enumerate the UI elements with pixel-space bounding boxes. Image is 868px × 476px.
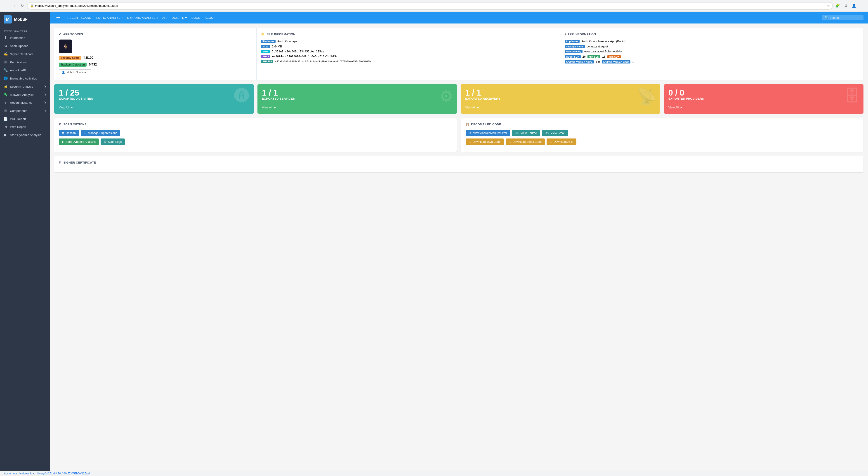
- sidebar-item-start-dynamic[interactable]: ▶ Start Dynamic Analysis: [0, 131, 50, 139]
- android-version-label: Android Version Name: [565, 60, 594, 63]
- view-smali-button[interactable]: </> View Smali: [542, 130, 568, 136]
- play-icon: ▶: [4, 133, 8, 137]
- view-all-providers-btn[interactable]: View All ►: [669, 106, 859, 109]
- scan-options-title: ⚙ SCAN OPTIONS: [59, 123, 452, 126]
- target-sdk-value: 26: [583, 55, 586, 58]
- forward-button[interactable]: →: [11, 3, 17, 9]
- scorecard-button[interactable]: 👤 MobSF Scorecard: [59, 69, 91, 75]
- download-smali-button[interactable]: ⬇ Download Smali Code: [506, 138, 545, 145]
- trackers-value: 0/432: [89, 63, 97, 66]
- sidebar-item-information[interactable]: ℹ Information: [0, 34, 50, 42]
- file-name-label: File Name: [261, 40, 276, 43]
- sidebar-item-reconnaissance[interactable]: + Reconnaissance ❯: [0, 99, 50, 107]
- nav-about[interactable]: ABOUT: [205, 15, 215, 20]
- export-providers-bg-icon: 🗄: [844, 87, 860, 105]
- sidebar-item-signer-certificate[interactable]: ✍ Signer Certificate: [0, 50, 50, 58]
- sidebar-item-label: Permissions: [10, 61, 27, 64]
- download-apk-button[interactable]: ⬇ Download APK: [547, 138, 577, 145]
- view-all-activities-btn[interactable]: View All ►: [59, 106, 249, 109]
- sidebar-item-print-report[interactable]: 🖨 Print Report: [0, 123, 50, 131]
- trackers-badge: Trackers Detection: [59, 63, 87, 67]
- svg-text:🐐: 🐐: [63, 44, 68, 49]
- info-icon: ℹ: [4, 36, 8, 40]
- security-score-row: Security Score 43/100: [59, 56, 252, 60]
- play-icon: ▶: [62, 140, 64, 144]
- sidebar-item-android-api[interactable]: 🔧 Android API: [0, 66, 50, 74]
- profile-button[interactable]: 👤: [851, 3, 857, 9]
- exported-providers-card: 🗄 0 / 0 EXPORTED PROVIDERS View All ►: [664, 84, 864, 114]
- nav-api[interactable]: API: [162, 15, 167, 20]
- exported-services-number: 1 / 1: [262, 89, 453, 97]
- view-manifest-button[interactable]: 👁 View AndroidManifest.xml: [466, 130, 510, 136]
- rescan-button[interactable]: ↺ Rescan: [59, 130, 79, 136]
- logo-icon: M: [4, 15, 12, 24]
- file-size-row: Size 2.64MB: [261, 45, 555, 48]
- decompiled-download-btn-row: ⬇ Download Java Code ⬇ Download Smali Co…: [466, 138, 859, 145]
- decompiled-icon: 📋: [466, 123, 469, 126]
- view-icon: 👁: [469, 131, 472, 135]
- download-button[interactable]: ⬇: [843, 3, 849, 9]
- browser-chrome: ← → ↻ 🔒 ☆ 🧩 ⬇ 👤 ⋮: [0, 0, 868, 12]
- min-sdk-label: Min SDK: [587, 55, 600, 58]
- manage-suppressions-button[interactable]: ☰ Manage Suppressions: [81, 130, 120, 136]
- sidebar-item-malware-analysis[interactable]: 🦠 Malware Analysis ❯: [0, 91, 50, 99]
- view-all-services-btn[interactable]: View All ►: [262, 106, 453, 109]
- view-all-receivers-btn[interactable]: View All ►: [465, 106, 656, 109]
- main-content: ✔ APP SCORES 🐐 Security Score: [50, 24, 868, 476]
- sidebar-item-permissions[interactable]: ⊞ Permissions: [0, 58, 50, 66]
- exported-receivers-card: 📡 1 / 1 EXPORTED RECEIVERS View All ►: [461, 84, 660, 114]
- sidebar-item-pdf-report[interactable]: 📄 PDF Report: [0, 115, 50, 123]
- nav-donate[interactable]: DONATE ♥: [172, 15, 187, 20]
- arrow-right-icon: ►: [70, 106, 73, 109]
- search-icon: 🔍: [825, 16, 828, 20]
- nav-static-analyzer[interactable]: STATIC ANALYZER: [96, 15, 123, 20]
- sidebar-item-label: Signer Certificate: [10, 53, 33, 56]
- nav-docs[interactable]: DOCS: [191, 15, 200, 20]
- view-source-button[interactable]: </> View Source: [512, 130, 540, 136]
- file-info-title: 📁 FILE INFORMATION: [261, 33, 555, 36]
- app-scores-title: ✔ APP SCORES: [59, 33, 252, 36]
- sidebar-item-scan-options[interactable]: ⚙ Scan Options: [0, 42, 50, 50]
- nav-recent-scans[interactable]: RECENT SCANS: [67, 15, 91, 20]
- decompiled-view-btn-row: 👁 View AndroidManifest.xml </> View Sour…: [466, 130, 859, 136]
- status-bar: https://mobsf.live/download_binary/3d351…: [0, 471, 868, 476]
- sidebar-item-components[interactable]: ⊞ Components ❯: [0, 107, 50, 115]
- source-icon: </>: [515, 131, 519, 135]
- menu-button[interactable]: ⋮: [859, 3, 865, 9]
- status-url: https://mobsf.live/download_binary/3d351…: [3, 472, 90, 475]
- search-input[interactable]: [830, 16, 861, 20]
- file-size-value: 2.64MB: [272, 45, 282, 48]
- exported-activities-card: 🅐 1 / 25 EXPORTED ACTIVITIES View All ►: [54, 84, 254, 114]
- sidebar-item-browsable-activities[interactable]: 🌐 Browsable Activities: [0, 74, 50, 83]
- file-sha1-value: ea96f4adc27083696a449b1c6e5cd612a2cf0f5c: [272, 55, 338, 58]
- signer-cert-title: ⚙ SIGNER CERTIFICATE: [59, 161, 859, 164]
- browser-actions: 🧩 ⬇ 👤 ⋮: [835, 3, 865, 9]
- sidebar-item-label: PDF Report: [10, 117, 26, 121]
- app-info-icon: ℹ: [565, 33, 566, 36]
- extensions-button[interactable]: 🧩: [835, 3, 841, 9]
- min-sdk-value: 18: [602, 55, 605, 58]
- main-activity-label: Main Activity: [565, 50, 583, 53]
- file-md5-value: 3d351e8fc20c340cf03ff52b0ef125ae: [272, 50, 324, 53]
- nav-dynamic-analyzer[interactable]: DYNAMIC ANALYZER: [127, 15, 158, 20]
- file-info-grid: File Name AndroGoat.apk Size 2.64MB MD5 …: [261, 39, 555, 63]
- file-info-section: 📁 FILE INFORMATION File Name AndroGoat.a…: [256, 28, 560, 80]
- logs-icon: ☰: [104, 140, 106, 144]
- file-md5-row: MD5 3d351e8fc20c340cf03ff52b0ef125ae: [261, 50, 555, 53]
- download-java-button[interactable]: ⬇ Download Java Code: [466, 138, 504, 145]
- scan-logs-button[interactable]: ☰ Scan Logs: [101, 138, 125, 145]
- url-input[interactable]: [35, 4, 826, 7]
- app-info-grid: App Name AndroGoat - Insecure App (Kotli…: [565, 39, 859, 63]
- sidebar: M MobSF Static Analyzer ℹ Information ⚙ …: [0, 12, 50, 476]
- sidebar-item-label: Print Report: [10, 125, 26, 129]
- sidebar-item-security-analysis[interactable]: 🔒 Security Analysis ❯: [0, 83, 50, 91]
- max-sdk-label: Max SDK: [608, 55, 621, 58]
- star-icon[interactable]: ☆: [827, 4, 830, 8]
- address-bar[interactable]: 🔒 ☆: [27, 2, 833, 9]
- back-button[interactable]: ←: [3, 3, 9, 9]
- chevron-right-icon: ❯: [44, 109, 46, 112]
- reload-button[interactable]: ↻: [19, 3, 25, 9]
- hamburger-icon[interactable]: ☰: [54, 14, 62, 21]
- start-dynamic-analysis-button[interactable]: ▶ Start Dynamic Analysis: [59, 138, 99, 145]
- decompiled-code-card: 📋 DECOMPILED CODE 👁 View AndroidManifest…: [461, 118, 864, 152]
